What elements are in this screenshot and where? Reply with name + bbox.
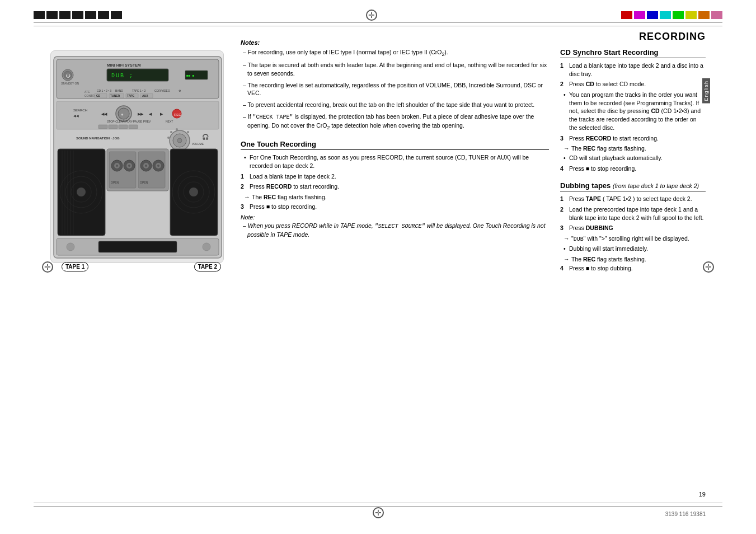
svg-text:AUX: AUX [142,94,148,97]
dub-step-num-1: 1 [560,195,567,203]
svg-text:ATC: ATC [84,90,90,93]
svg-text:NEXT: NEXT [166,120,173,123]
svg-text:OPEN: OPEN [140,181,148,184]
svg-text:◀◀: ◀◀ [73,114,79,118]
cd-bullet-1: You can program the tracks in the order … [560,91,706,132]
svg-point-88 [67,243,74,251]
svg-point-71 [128,165,130,167]
svg-text:TAPE 1 • 2: TAPE 1 • 2 [132,89,145,92]
note-item-5: If "CHECK TAPE" is displayed, the protec… [241,113,549,131]
svg-text:⏻: ⏻ [65,73,71,78]
top-bar-right-blocks [621,11,722,19]
svg-text:🎧: 🎧 [202,133,209,140]
otr-note-item: When you press RECORD while in TAPE mode… [241,222,549,239]
dub-step-1: 1 Press TAPE ( TAPE 1•2 ) to select tape… [560,195,706,203]
svg-text:CDR/VIDEO: CDR/VIDEO [154,89,170,92]
top-block-red [621,11,632,19]
cd-step-2: 2 Press CD to select CD mode. [560,80,706,88]
svg-rect-40 [98,125,107,129]
top-block-cyan [660,11,671,19]
svg-text:MINI HIFI SYSTEM: MINI HIFI SYSTEM [107,63,141,67]
otr-step-2: 2 Press RECORD to start recording. [241,182,549,191]
otr-step-num-2: 2 [241,182,247,191]
dub-step-num-2: 2 [560,205,567,222]
svg-text:■■ ■: ■■ ■ [186,74,195,78]
top-bar-left-blocks [34,11,122,19]
bottom-compass-icon: ✛ [373,507,384,518]
tape1-label: TAPE 1 [62,262,88,271]
top-block-orange [698,11,710,19]
note-item-4: To prevent accidental recording, break o… [241,101,549,109]
top-block-1 [34,11,45,19]
dub-bullet-1: Dubbing will start immediately. [560,245,706,253]
svg-point-48 [167,137,170,139]
top-block-magenta [634,11,645,19]
svg-point-89 [203,243,210,251]
dub-step-num-4: 4 [560,264,567,273]
one-touch-recording-title: One Touch Recording [241,140,549,150]
svg-point-76 [145,165,147,167]
cd-synchro-title: CD Synchro Start Recording [560,48,706,58]
svg-text:BAND: BAND [115,89,123,92]
otr-step-num-3: 3 [241,203,247,211]
svg-text:VOLUME: VOLUME [192,142,204,146]
top-bar-center: ✛ [122,10,621,21]
top-block-yellow [685,11,697,19]
svg-text:SOUND NAVIGATION · JOG: SOUND NAVIGATION · JOG [76,137,120,140]
left-column: Notes: For recording, use only tape of I… [241,34,549,500]
top-decorative-bar: ✛ [34,10,722,20]
bottom-rule-1 [34,503,722,503]
svg-text:OPEN: OPEN [111,181,119,184]
otr-step-text-1: Load a blank tape in tape deck 2. [250,172,336,181]
svg-point-50 [176,128,178,130]
svg-text:●: ● [121,112,124,117]
bottom-rule-2 [34,506,722,507]
svg-text:SEARCH: SEARCH [73,109,87,112]
svg-text:TUNER: TUNER [110,94,120,97]
dub-step-4: 4 Press ■ to stop dubbing. [560,264,706,273]
notes-section: Notes: For recording, use only tape of I… [241,39,549,131]
note-item-2: The tape is secured at both ends with le… [241,61,549,77]
svg-point-85 [189,188,198,196]
cd-synchro-section: CD Synchro Start Recording 1 Load a blan… [560,48,706,172]
svg-text:CD 1 • 2 • 3: CD 1 • 2 • 3 [97,89,111,92]
svg-text:CD: CD [96,94,101,97]
dub-step-3: 3 Press DUBBING [560,224,706,232]
svg-rect-42 [119,125,128,129]
dub-step-text-4: Press ■ to stop dubbing. [569,264,633,273]
cd-step-text-1: Load a blank tape into tape deck 2 and a… [569,62,706,78]
cd-bullet-2: CD will start playback automatically. [560,154,706,162]
dub-step-text-3: Press DUBBING [569,224,613,232]
cd-step-num-3: 3 [560,134,567,143]
cd-step-num-2: 2 [560,80,567,88]
one-touch-recording-section: One Touch Recording For One Touch Record… [241,140,549,239]
svg-point-51 [187,131,189,133]
svg-text:REC: REC [174,113,181,116]
cd-step-text-3: Press RECORD to start recording. [569,134,659,143]
svg-text:◀◀: ◀◀ [101,112,107,116]
dub-arrow-2: The REC flag starts flashing. [560,255,706,264]
one-touch-intro: For One Touch Recording, as soon as you … [241,153,549,170]
dub-arrow-1: "DUB" with ">" scrolling right will be d… [560,235,706,243]
top-block-6 [98,11,109,19]
top-block-green [673,11,684,19]
top-block-2 [46,11,58,19]
notes-header: Notes: [241,39,549,46]
svg-text:DUB ;: DUB ; [111,73,134,79]
main-content: MINI HIFI SYSTEM DUB ; ■■ ■ ⏻ STANDBY ON [50,34,706,500]
otr-note-header: Note: [241,214,549,221]
device-image: MINI HIFI SYSTEM DUB ; ■■ ■ ⏻ STANDBY ON [50,50,224,263]
otr-step-1: 1 Load a blank tape in tape deck 2. [241,172,549,181]
otr-step-3: 3 Press ■ to stop recording. [241,203,549,211]
dubbing-title-bold: Dubbing tapes [560,181,611,190]
otr-step-text-3: Press ■ to stop recording. [250,203,317,211]
dub-step-text-1: Press TAPE ( TAPE 1•2 ) to select tape d… [569,195,692,203]
otr-arrow-1: The REC flag starts flashing. [241,193,549,202]
svg-text:▶▶: ▶▶ [138,112,144,116]
dubbing-tapes-section: Dubbing tapes (from tape deck 1 to tape … [560,181,706,273]
device-svg: MINI HIFI SYSTEM DUB ; ■■ ■ ⏻ STANDBY ON [51,51,224,263]
svg-rect-41 [109,125,118,129]
svg-text:TAPE: TAPE [127,94,135,97]
cd-step-3: 3 Press RECORD to start recording. [560,134,706,143]
svg-rect-43 [129,125,138,129]
